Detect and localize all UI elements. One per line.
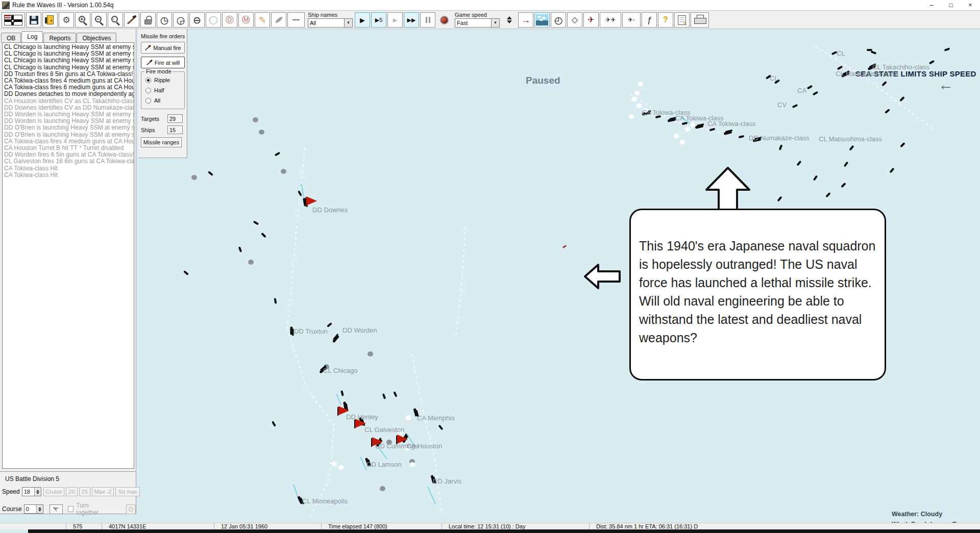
fire-mode-option-ripple[interactable]: Ripple [145, 77, 184, 83]
play-5-button[interactable]: ▶5 [371, 12, 386, 28]
speed-label: Speed [2, 488, 20, 495]
exit-door-button[interactable] [42, 12, 58, 28]
manual-fire-button[interactable]: Manual fire [141, 42, 185, 54]
tab-objectives[interactable]: Objectives [77, 33, 116, 42]
log-entry[interactable]: DD Downes detaches to move independently… [4, 91, 134, 97]
circle-green-button[interactable]: ◯ [206, 12, 221, 28]
ship-label: DD Downes [312, 206, 348, 214]
air-strike-button[interactable]: ✈ [583, 12, 599, 28]
speed-preset-button-max-2[interactable]: Max -2 [92, 487, 114, 496]
speed-preset-button-sq-max[interactable]: Sq max [115, 487, 139, 496]
lightning-button[interactable]: ƒ [642, 12, 657, 28]
fast-forward-icon: ▶▶ [407, 17, 416, 23]
status-cell: Local time: 12 15:31 (10) : Day [442, 523, 590, 529]
lock-icon [144, 19, 152, 24]
fire-at-will-button[interactable]: Fire at will [141, 57, 185, 68]
close-button[interactable]: × [961, 0, 980, 10]
help-button[interactable]: ? [658, 12, 673, 28]
log-entry[interactable]: CA Tokiwa-class Hit [4, 165, 134, 172]
zoom-out-button[interactable]: − [91, 12, 107, 28]
spinner-arrows-icon[interactable] [34, 488, 41, 496]
clock-alt-button[interactable]: ◶ [173, 12, 188, 28]
pencil-button[interactable]: ✎ [255, 12, 270, 28]
advance-arrow-button[interactable]: → [518, 12, 533, 28]
ensign-flag-button[interactable] [2, 12, 25, 28]
ship-names-dropdown[interactable]: All▼ [308, 18, 353, 28]
gunnery-button[interactable] [124, 12, 139, 28]
log-entry[interactable]: CL Chicago is launching Heavy SSM at ene… [4, 57, 134, 64]
log-entry[interactable]: DD O'Brien is launching Heavy SSM at ene… [4, 132, 134, 138]
status-cell: 12 Jan 05:31 1960 [214, 523, 322, 529]
turn-together-checkbox[interactable] [68, 506, 74, 512]
circle-m-button[interactable]: Ⓜ [238, 12, 254, 28]
feather-icon [275, 16, 283, 24]
zoom-in-button[interactable]: + [75, 12, 90, 28]
spinner-arrows-icon[interactable] [36, 505, 43, 513]
speed-preset-button-25[interactable]: 25 [79, 487, 90, 496]
air-patrol-button[interactable]: ✈◦ [622, 12, 641, 28]
feather-button[interactable] [271, 12, 286, 28]
play-button[interactable]: ▶ [355, 12, 370, 28]
minimize-button[interactable]: – [922, 0, 941, 10]
log-entry[interactable]: CL Chicago is launching Heavy SSM at ene… [4, 64, 134, 71]
smoke-puff [406, 416, 411, 420]
tab-reports[interactable]: Reports [43, 33, 76, 42]
speed-preset-button-cruise[interactable]: Cruise [43, 487, 65, 496]
fire-mode-option-all[interactable]: All [145, 97, 184, 104]
print-icon [694, 17, 705, 25]
tab-log[interactable]: Log [21, 31, 43, 42]
smoke-puff [281, 169, 286, 174]
rifle-icon [146, 60, 152, 65]
log-entry[interactable]: CA Tokiwa-class Hit [4, 172, 134, 179]
ship-mark[interactable] [290, 327, 293, 335]
course-stepper[interactable]: 0 [24, 504, 44, 514]
speed-preset-button-20[interactable]: 20 [66, 487, 77, 496]
fire-mode-option-half[interactable]: Half [145, 87, 184, 93]
radio-label: All [154, 97, 160, 104]
chevron-down-icon[interactable]: ▼ [491, 19, 499, 27]
taskbar-edge [28, 529, 980, 533]
zoom-area-button[interactable]: · [108, 12, 123, 28]
close-icon: × [968, 2, 972, 9]
lock-button[interactable] [140, 12, 156, 28]
dots-button[interactable]: ••••• [287, 12, 305, 28]
signal-book-button[interactable]: ◇ [567, 12, 582, 28]
game-speed-dropdown[interactable]: Fast▼ [455, 18, 500, 28]
log-entry[interactable]: CL Galveston fires 16 6in guns at CA Tok… [4, 158, 134, 165]
chevron-down-icon[interactable]: ▼ [344, 19, 352, 27]
set-course-button[interactable] [50, 504, 62, 514]
radio-icon[interactable] [145, 88, 151, 93]
maximize-button[interactable]: □ [941, 0, 961, 10]
notes-button[interactable] [674, 12, 690, 28]
smoke-puff [634, 91, 640, 95]
game-window: Paused SEA STATE LIMITS SHIP SPEED ← Thi… [0, 0, 980, 533]
gears-button[interactable]: ⚙ [59, 12, 74, 28]
formation-circle-button[interactable] [126, 504, 136, 514]
log-list[interactable]: CL Chicago is launching Heavy SSM at ene… [2, 42, 134, 469]
ship-label: DD Numakaze-class [749, 134, 809, 142]
circle-dash-button[interactable]: ⊖ [189, 12, 205, 28]
print-button[interactable] [691, 12, 709, 28]
ship-label: CA Houston [407, 442, 442, 450]
play-step-button[interactable]: ▶ [387, 12, 403, 28]
log-entry[interactable]: CA Houston identifies CV as CL Takachiho… [4, 98, 134, 105]
radio-icon[interactable] [145, 98, 151, 104]
speed-knob[interactable] [436, 12, 452, 28]
weather-button[interactable] [534, 12, 550, 28]
save-button[interactable] [26, 12, 41, 28]
missile-ranges-button[interactable]: Missile ranges [141, 137, 182, 147]
fast-forward-button[interactable]: ▶▶ [404, 12, 419, 28]
tab-ob[interactable]: OB [1, 33, 21, 42]
title-bar: Rule the Waves III - Version 1.00.54q –□… [0, 0, 980, 11]
radio-icon[interactable] [145, 78, 151, 83]
speed-spinner[interactable] [502, 12, 517, 28]
clock-button[interactable]: ◷ [157, 12, 172, 28]
speed-stepper[interactable]: 18 [22, 487, 41, 496]
ship-label: CL Galveston [364, 426, 404, 434]
circle-o-button[interactable]: Ⓞ [222, 12, 237, 28]
pause-button[interactable] [420, 12, 435, 28]
air-formation-button[interactable]: ✈✈ [600, 12, 621, 28]
spinner-icon [506, 16, 513, 23]
stopwatch-button[interactable]: ◴ [551, 12, 566, 28]
log-entry[interactable]: DD O'Brien is launching Heavy SSM at ene… [4, 124, 134, 131]
